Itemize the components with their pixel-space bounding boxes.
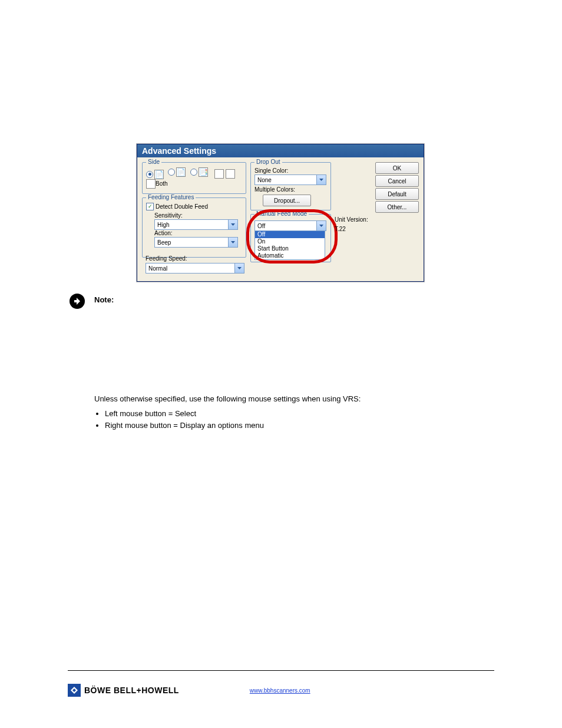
single-color-select[interactable]: None xyxy=(254,174,326,185)
page-front-icon: 📄 xyxy=(154,170,164,179)
blank-box-1 xyxy=(214,169,224,179)
unit-version-label: Unit Version: xyxy=(335,216,368,223)
side-both-label: Both xyxy=(156,180,168,187)
logo: BÖWE BELL+HOWELL xyxy=(68,684,179,697)
cancel-button[interactable]: Cancel xyxy=(375,175,419,187)
multiple-colors-label: Multiple Colors: xyxy=(254,186,295,193)
detect-double-feed-label: Detect Double Feed xyxy=(156,203,208,210)
single-color-label: Single Color: xyxy=(254,167,288,174)
chevron-down-icon xyxy=(234,263,244,273)
dialog-title: Advanced Settings xyxy=(137,144,424,157)
unit-version-value: T.22 xyxy=(335,226,346,232)
feeding-speed-label: Feeding Speed: xyxy=(146,255,187,262)
group-dropout: Drop Out Single Color: None Multiple Col… xyxy=(250,162,331,210)
action-label: Action: xyxy=(154,230,173,236)
radio-both[interactable]: 📑 xyxy=(190,167,208,177)
legend-dropout: Drop Out xyxy=(254,159,282,165)
legend-feeding: Feeding Features xyxy=(146,194,196,200)
other-button[interactable]: Other... xyxy=(375,201,419,213)
svg-marker-0 xyxy=(231,223,235,226)
page-both-icon: 📑 xyxy=(199,167,208,177)
action-value: Beep xyxy=(155,239,228,246)
note-label: Note: xyxy=(94,295,114,304)
sensitivity-label: Sensitivity: xyxy=(154,212,183,219)
note-bullet-2: Right mouse button = Display an options … xyxy=(105,420,485,431)
footer-rule xyxy=(68,670,494,671)
group-feeding-features: Feeding Features ✓ Detect Double Feed Se… xyxy=(142,197,246,258)
radio-front[interactable]: 📄 xyxy=(146,170,164,179)
note-text: Unless otherwise specified, use the foll… xyxy=(94,394,485,404)
svg-marker-2 xyxy=(237,267,242,269)
footer-link[interactable]: www.bbhscanners.com xyxy=(250,687,310,694)
detect-double-feed-checkbox[interactable]: ✓ xyxy=(146,203,154,210)
chevron-down-icon xyxy=(228,220,237,229)
group-side: Side 📄 📄 📑 Both xyxy=(142,162,246,194)
legend-side: Side xyxy=(146,159,161,165)
chevron-down-icon xyxy=(316,175,326,185)
feeding-speed-select[interactable]: Normal xyxy=(146,263,244,274)
radio-back[interactable]: 📄 xyxy=(168,167,186,177)
footer: BÖWE BELL+HOWELL www.bbhscanners.com xyxy=(68,684,494,697)
blank-box-2 xyxy=(226,169,235,179)
logo-mark-icon xyxy=(68,684,81,697)
dropout-button[interactable]: Dropout... xyxy=(263,195,311,206)
svg-marker-1 xyxy=(231,241,235,243)
note-arrow-icon xyxy=(70,294,85,309)
advanced-settings-dialog: Advanced Settings Side 📄 📄 📑 Both Feedin… xyxy=(137,144,424,282)
note-bullet-1: Left mouse button = Select xyxy=(105,408,485,420)
action-select[interactable]: Beep xyxy=(154,237,238,248)
feeding-speed-value: Normal xyxy=(146,265,234,272)
default-button[interactable]: Default xyxy=(375,188,419,200)
highlight-circle xyxy=(246,209,338,263)
single-color-value: None xyxy=(255,177,316,183)
chevron-down-icon xyxy=(228,238,237,247)
blank-box-3 xyxy=(146,179,156,189)
page-back-icon: 📄 xyxy=(176,167,186,177)
brand-text: BÖWE BELL+HOWELL xyxy=(84,686,179,695)
ok-button[interactable]: OK xyxy=(375,162,419,174)
svg-marker-3 xyxy=(319,179,323,181)
sensitivity-select[interactable]: High xyxy=(154,219,238,230)
sensitivity-value: High xyxy=(155,222,228,228)
